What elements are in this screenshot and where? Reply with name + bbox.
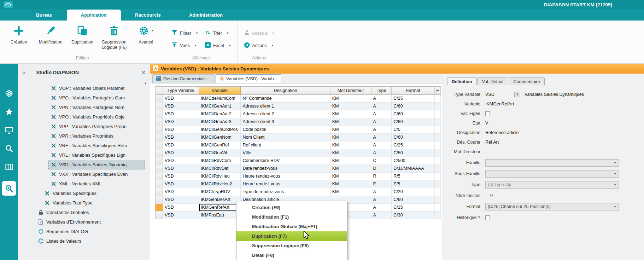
table-row[interactable]: VSD IKMCliGenAdr3 Adresse client 3 KM A …: [156, 118, 441, 126]
context-menu-item[interactable]: Duplication (F7): [236, 231, 347, 241]
var-figee-checkbox[interactable]: [485, 111, 490, 116]
table-row[interactable]: VSD IKMCliRdvDat Date rendez-vous KM D D…: [156, 165, 441, 173]
cell-type[interactable]: C: [371, 157, 392, 164]
cell-designation[interactable]: Adresse client 1: [241, 103, 330, 110]
cell-mot-directeur[interactable]: KM: [330, 165, 371, 172]
row-selector[interactable]: [156, 95, 163, 102]
menubar-tab[interactable]: Administration: [175, 10, 237, 21]
table-row[interactable]: VSD IKMCliRdvHeu Heure rendez-vous KM R …: [156, 173, 441, 180]
context-menu-item[interactable]: Création (F9): [236, 203, 347, 212]
cell-mot-directeur[interactable]: KM: [330, 188, 371, 196]
cell-variable[interactable]: IKMCliGenNom: [199, 134, 241, 141]
rail-search-icon[interactable]: [0, 139, 18, 158]
vues-button[interactable]: Vues: [171, 42, 198, 49]
suppression-logique-button[interactable]: Suppression Logique (F6): [98, 24, 130, 50]
excel-button[interactable]: Excel: [205, 42, 231, 49]
cell-type-variable[interactable]: VSD: [163, 118, 199, 126]
cell-type[interactable]: A: [371, 110, 392, 118]
cell-mot-directeur[interactable]: KM: [330, 157, 371, 164]
cell-format[interactable]: C/60: [392, 118, 435, 126]
table-row[interactable]: VSD IKMCliRdvCom Commentaire RDV KM C C/…: [156, 157, 441, 165]
cell-type[interactable]: A: [371, 188, 392, 196]
cell-mot-directeur[interactable]: KM: [330, 118, 371, 126]
table-row[interactable]: VSD IKMCliTypRDV Type de rendez-vous KM …: [156, 188, 441, 196]
cell-type-variable[interactable]: VSD: [163, 173, 199, 180]
cell-type[interactable]: A: [371, 196, 392, 203]
cell-mot-directeur[interactable]: KM: [330, 126, 371, 133]
scroll-up-icon[interactable]: ▲: [144, 81, 147, 85]
rail-monitor-icon[interactable]: [0, 121, 18, 139]
cell-type[interactable]: A: [371, 134, 392, 141]
row-selector[interactable]: [156, 126, 163, 133]
avance-button[interactable]: Avancé: [130, 24, 162, 45]
table-row[interactable]: VSD IKMCliGenVil VIlle KM A C/50: [156, 149, 441, 157]
row-selector[interactable]: [156, 165, 163, 172]
creation-button[interactable]: Création: [3, 24, 35, 45]
cell-variable[interactable]: IKMCliGenAdr1: [199, 103, 241, 110]
cell-mot-directeur[interactable]: KM: [330, 173, 371, 180]
cell-format[interactable]: E/5: [392, 180, 435, 188]
table-row[interactable]: VSD IKMCliRdvHeu2 Heure rendez-vous KM E…: [156, 180, 441, 188]
menubar-tab[interactable]: Bureau: [22, 10, 67, 21]
cell-format[interactable]: C/60: [392, 103, 435, 110]
cell-type-variable[interactable]: VSD: [163, 126, 199, 133]
column-header-type[interactable]: Type: [371, 87, 392, 94]
cell-designation[interactable]: N° Commande: [241, 95, 330, 102]
cell-type-variable[interactable]: VSD: [163, 188, 199, 196]
cell-type[interactable]: A: [371, 118, 392, 126]
cell-format[interactable]: C/30: [392, 212, 435, 219]
cell-mot-directeur[interactable]: KM: [330, 103, 371, 110]
cell-designation[interactable]: Ref client: [241, 141, 330, 149]
famille-select[interactable]: [485, 159, 619, 167]
table-row[interactable]: VSD IKMCliGenAdr1 Adresse client 1 KM A …: [156, 103, 441, 110]
type-select[interactable]: [A] Type Alp.: [485, 181, 619, 189]
format-select[interactable]: [C/25] Chaîne sur 25 Position(s): [485, 203, 619, 210]
sidebar-item-listes-de-valeurs[interactable]: Listes de Valeurs: [36, 236, 145, 246]
cell-format[interactable]: C/20: [392, 188, 435, 196]
sidebar-tree-item[interactable]: VXX : Variables Spécifiques Evén: [48, 169, 145, 179]
row-selector[interactable]: [156, 188, 163, 196]
select-all-header[interactable]: [156, 87, 163, 94]
cell-format[interactable]: C/5: [392, 126, 435, 133]
sidebar-tree-item[interactable]: VPG : Variables Partagées Gam: [48, 93, 145, 103]
table-row[interactable]: VSD IKMCdeNumCom N° Commande KM A C/25: [156, 95, 441, 103]
menubar-tab[interactable]: Application: [67, 10, 121, 21]
cell-type-variable[interactable]: VSD: [163, 149, 199, 157]
sidebar-tree-item[interactable]: VPN : Variables Partagées Nom: [48, 103, 145, 112]
rail-star-icon[interactable]: [0, 103, 18, 121]
column-header-variable[interactable]: Variable: [199, 87, 241, 94]
rail-columns-icon[interactable]: [0, 158, 18, 176]
menubar-tab[interactable]: Raccourcis: [121, 10, 175, 21]
table-row[interactable]: VSD IKMCliGenNom Nom Client KM A C/60: [156, 134, 441, 141]
definition-tab[interactable]: Définition: [447, 77, 477, 85]
sidebar-tree-item[interactable]: VPR : Variables Propriétés: [48, 131, 145, 141]
cell-variable[interactable]: IKMPosEqu: [199, 212, 241, 219]
cell-type[interactable]: A: [371, 204, 392, 211]
cell-mot-directeur[interactable]: KM: [330, 180, 371, 188]
trier-button[interactable]: Trier: [205, 30, 231, 36]
actions-button[interactable]: Actions: [244, 42, 274, 49]
cell-designation[interactable]: Heure rendez-vous: [241, 180, 330, 188]
modification-button[interactable]: Modification: [35, 24, 66, 45]
cell-designation[interactable]: Nom Client: [241, 134, 330, 141]
sidebar-item-variables-environnement[interactable]: Variables d'Environnement: [36, 217, 145, 227]
sous-famille-select[interactable]: [485, 170, 619, 178]
cell-variable[interactable]: IKMCliRdvHeu2: [199, 180, 241, 188]
cell-type[interactable]: A: [371, 126, 392, 133]
cell-variable[interactable]: IKMCliGenAdr3: [199, 118, 241, 126]
cell-type-variable[interactable]: VSD: [163, 157, 199, 164]
definition-tab[interactable]: Val. Défaut: [478, 77, 508, 85]
cell-variable[interactable]: IKMCliTypRDV: [199, 188, 241, 196]
tab-variables-vsd[interactable]: Variables (VSD) : Variab...: [216, 74, 281, 83]
row-selector[interactable]: [156, 204, 163, 211]
context-menu-item[interactable]: Modification (F1): [236, 212, 347, 222]
sidebar-tree-item[interactable]: VPO : Variables Propriétés Obje: [48, 112, 145, 122]
cell-format[interactable]: C/25: [392, 204, 435, 211]
tab-gestion-commerciale[interactable]: Gestion Commerciale ...: [152, 74, 215, 83]
rail-gear-icon[interactable]: [0, 84, 18, 103]
sidebar-item-constantes-globales[interactable]: Constantes Globales: [36, 208, 145, 217]
cell-type[interactable]: A: [371, 212, 392, 219]
cell-format[interactable]: C/25: [392, 141, 435, 149]
cell-format[interactable]: C/500: [392, 157, 435, 164]
cell-mot-directeur[interactable]: KM: [330, 95, 371, 102]
